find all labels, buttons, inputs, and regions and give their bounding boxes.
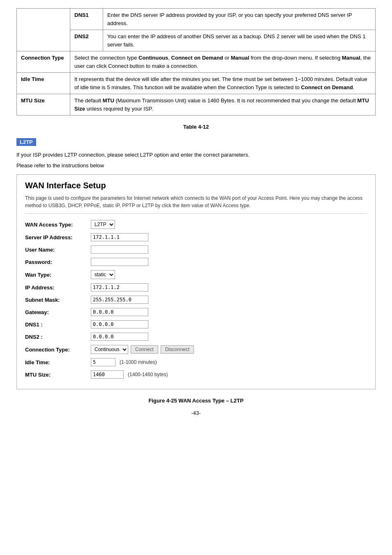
wan-access-type-label: WAN Access Type: xyxy=(25,222,91,228)
password-row: Password: xyxy=(25,258,367,266)
dns2-field-cell: DNS2 xyxy=(70,30,103,51)
table-caption: Table 4-12 xyxy=(16,124,376,130)
subnet-mask-label: Subnet Mask: xyxy=(25,297,91,303)
dns1-desc-cell: Enter the DNS server IP address provided… xyxy=(103,9,376,30)
figure-caption: Figure 4-25 WAN Access Type – L2TP xyxy=(16,398,376,404)
gateway-row: Gateway: xyxy=(25,308,367,316)
subnet-mask-row: Subnet Mask: xyxy=(25,296,367,304)
server-ip-label: Server IP Address: xyxy=(25,234,91,240)
wan-type-label: Wan Type: xyxy=(25,272,91,278)
dns2-label: DNS2 : xyxy=(25,334,91,340)
wan-interface-setup-box: WAN Interface Setup This page is used to… xyxy=(16,174,376,389)
page-number: -43- xyxy=(16,410,376,416)
table-row-idle-time: Idle Time It represents that the device … xyxy=(17,73,376,94)
gateway-label: Gateway: xyxy=(25,309,91,315)
user-name-row: User Name: xyxy=(25,245,367,254)
intro-text-2: Please refer to the instructions below xyxy=(16,162,376,170)
mtu-size-label-cell: MTU Size xyxy=(17,94,70,116)
dns1-row: DNS1 : xyxy=(25,320,367,328)
wan-type-select[interactable]: static xyxy=(91,270,115,279)
mtu-size-form-label: MTU Size: xyxy=(25,372,91,378)
figure-caption-bold: Figure 4-25 WAN Access Type – L2TP xyxy=(148,398,243,404)
connection-type-row: Connection Type: Continuous Connect Disc… xyxy=(25,345,367,354)
idle-time-form-label: Idle Time: xyxy=(25,359,91,365)
wan-box-title: WAN Interface Setup xyxy=(25,181,367,190)
server-ip-row: Server IP Address: xyxy=(25,233,367,241)
dns1-label: DNS1 : xyxy=(25,321,91,328)
idle-time-desc-cell: It represents that the device will idle … xyxy=(70,73,376,94)
empty-label-cell xyxy=(17,9,70,51)
l2tp-heading: L2TP xyxy=(16,138,36,146)
wan-box-description: This page is used to configure the param… xyxy=(25,194,367,214)
intro-text-1: If your ISP provides L2TP connection, pl… xyxy=(16,151,376,159)
dns1-field-cell: DNS1 xyxy=(70,9,103,30)
ip-address-row: IP Address: xyxy=(25,283,367,291)
table-row-dns1: DNS1 Enter the DNS server IP address pro… xyxy=(17,9,376,30)
wan-access-type-select[interactable]: L2TP xyxy=(91,220,115,229)
connection-type-label-cell: Connection Type xyxy=(17,51,70,73)
dns2-desc-cell: You can enter the IP address of another … xyxy=(103,30,376,51)
ip-address-input[interactable] xyxy=(91,283,148,291)
info-table: DNS1 Enter the DNS server IP address pro… xyxy=(16,8,376,116)
ip-address-label: IP Address: xyxy=(25,284,91,291)
idle-time-hint: (1-1000 minutes) xyxy=(120,359,157,365)
gateway-input[interactable] xyxy=(91,308,148,316)
dns1-input[interactable] xyxy=(91,320,148,328)
mtu-size-input[interactable] xyxy=(91,370,124,379)
wan-type-row: Wan Type: static xyxy=(25,270,367,279)
mtu-size-desc-cell: The default MTU (Maximum Transmission Un… xyxy=(70,94,376,116)
user-name-input[interactable] xyxy=(91,245,148,254)
idle-time-input[interactable] xyxy=(91,358,115,366)
connection-type-form-label: Connection Type: xyxy=(25,347,91,353)
dns2-input[interactable] xyxy=(91,333,148,341)
wan-access-type-row: WAN Access Type: L2TP xyxy=(25,220,367,229)
idle-time-label-cell: Idle Time xyxy=(17,73,70,94)
connection-type-controls: Continuous Connect Disconnect xyxy=(91,345,194,354)
server-ip-input[interactable] xyxy=(91,233,148,241)
table-row-connection-type: Connection Type Select the connection ty… xyxy=(17,51,376,73)
table-row-dns2: DNS2 You can enter the IP address of ano… xyxy=(17,30,376,51)
connection-type-select[interactable]: Continuous xyxy=(91,345,128,354)
dns2-row: DNS2 : xyxy=(25,333,367,341)
mtu-size-hint: (1400-1460 bytes) xyxy=(128,372,168,377)
mtu-size-form-row: MTU Size: (1400-1460 bytes) xyxy=(25,370,367,379)
connect-button[interactable]: Connect xyxy=(131,345,158,354)
idle-time-form-row: Idle Time: (1-1000 minutes) xyxy=(25,358,367,366)
password-label: Password: xyxy=(25,259,91,265)
connection-type-desc-cell: Select the connection type Continuous, C… xyxy=(70,51,376,73)
user-name-label: User Name: xyxy=(25,247,91,253)
subnet-mask-input[interactable] xyxy=(91,296,148,304)
disconnect-button[interactable]: Disconnect xyxy=(161,345,194,354)
table-row-mtu-size: MTU Size The default MTU (Maximum Transm… xyxy=(17,94,376,116)
password-input[interactable] xyxy=(91,258,148,266)
